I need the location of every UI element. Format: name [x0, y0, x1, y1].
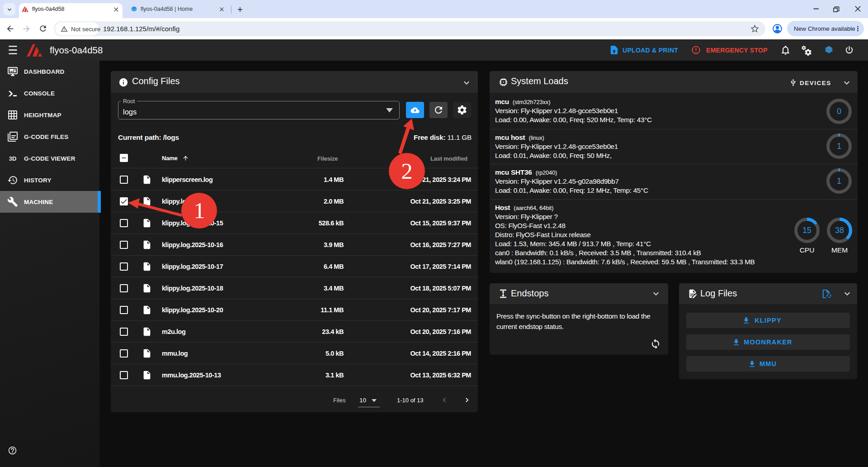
svg-text:1: 1: [193, 198, 205, 223]
svg-text:2: 2: [401, 158, 413, 184]
